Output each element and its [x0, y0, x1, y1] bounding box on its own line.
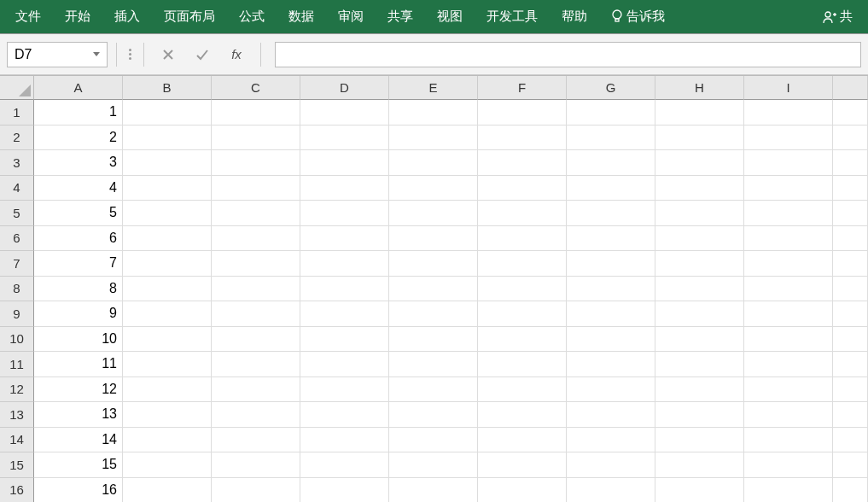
- row-header-9[interactable]: 9: [0, 301, 34, 327]
- cell-C1[interactable]: [212, 100, 300, 125]
- cell-B16[interactable]: [123, 478, 212, 503]
- cell-D8[interactable]: [300, 277, 389, 302]
- row-header-12[interactable]: 12: [0, 377, 34, 403]
- cell-I8[interactable]: [744, 277, 833, 302]
- cell-E6[interactable]: [389, 226, 478, 252]
- cell-D4[interactable]: [300, 176, 389, 201]
- cell-I9[interactable]: [744, 301, 833, 327]
- cell-B13[interactable]: [123, 402, 212, 428]
- cell-B4[interactable]: [123, 176, 212, 201]
- cell-I12[interactable]: [744, 377, 833, 403]
- cell-B11[interactable]: [123, 352, 212, 377]
- cell-F6[interactable]: [478, 226, 567, 252]
- ribbon-tab-7[interactable]: 共享: [376, 0, 425, 34]
- cell-C15[interactable]: [212, 452, 300, 478]
- column-header-E[interactable]: E: [389, 76, 478, 100]
- cell-G5[interactable]: [567, 201, 655, 226]
- name-box-dropdown-icon[interactable]: [93, 52, 100, 56]
- cell-I11[interactable]: [744, 352, 833, 377]
- cell-E3[interactable]: [389, 150, 478, 176]
- cell-A2[interactable]: 2: [34, 125, 123, 151]
- cell-I2[interactable]: [744, 125, 833, 151]
- cell-partial-14[interactable]: [833, 428, 868, 453]
- cell-F8[interactable]: [478, 277, 567, 302]
- cell-G10[interactable]: [567, 327, 655, 353]
- cell-H7[interactable]: [655, 251, 744, 277]
- cell-partial-10[interactable]: [833, 327, 868, 353]
- cell-E15[interactable]: [389, 452, 478, 478]
- cell-I4[interactable]: [744, 176, 833, 201]
- cell-D2[interactable]: [300, 125, 389, 151]
- cell-F4[interactable]: [478, 176, 567, 201]
- cell-C14[interactable]: [212, 428, 300, 453]
- cell-partial-15[interactable]: [833, 452, 868, 478]
- cell-C10[interactable]: [212, 327, 300, 353]
- cell-I10[interactable]: [744, 327, 833, 353]
- cell-partial-12[interactable]: [833, 377, 868, 403]
- cell-B6[interactable]: [123, 226, 212, 252]
- cell-H8[interactable]: [655, 277, 744, 302]
- cell-C6[interactable]: [212, 226, 300, 252]
- cell-A11[interactable]: 11: [34, 352, 123, 377]
- cell-I16[interactable]: [744, 478, 833, 503]
- cell-D9[interactable]: [300, 301, 389, 327]
- cell-H12[interactable]: [655, 377, 744, 403]
- cell-partial-8[interactable]: [833, 277, 868, 302]
- cell-H14[interactable]: [655, 428, 744, 453]
- cell-A1[interactable]: 1: [34, 100, 123, 125]
- column-header-partial[interactable]: [833, 76, 868, 100]
- column-header-C[interactable]: C: [212, 76, 300, 100]
- cell-D10[interactable]: [300, 327, 389, 353]
- cell-A16[interactable]: 16: [34, 478, 123, 503]
- ribbon-tab-9[interactable]: 开发工具: [475, 0, 550, 34]
- cell-E2[interactable]: [389, 125, 478, 151]
- cell-H15[interactable]: [655, 452, 744, 478]
- cell-F3[interactable]: [478, 150, 567, 176]
- cell-G13[interactable]: [567, 402, 655, 428]
- cell-B8[interactable]: [123, 277, 212, 302]
- cell-A6[interactable]: 6: [34, 226, 123, 252]
- cell-C8[interactable]: [212, 277, 300, 302]
- cell-I14[interactable]: [744, 428, 833, 453]
- cell-H2[interactable]: [655, 125, 744, 151]
- cell-A9[interactable]: 9: [34, 301, 123, 327]
- row-header-6[interactable]: 6: [0, 226, 34, 252]
- cell-F7[interactable]: [478, 251, 567, 277]
- cell-D12[interactable]: [300, 377, 389, 403]
- cell-partial-4[interactable]: [833, 176, 868, 201]
- row-header-10[interactable]: 10: [0, 327, 34, 353]
- cell-partial-16[interactable]: [833, 478, 868, 503]
- drag-handle-icon[interactable]: [125, 49, 135, 60]
- cell-D14[interactable]: [300, 428, 389, 453]
- ribbon-tab-10[interactable]: 帮助: [550, 0, 599, 34]
- cell-H4[interactable]: [655, 176, 744, 201]
- cell-C13[interactable]: [212, 402, 300, 428]
- ribbon-tab-1[interactable]: 开始: [53, 0, 102, 34]
- cell-B15[interactable]: [123, 452, 212, 478]
- cell-C11[interactable]: [212, 352, 300, 377]
- cell-F15[interactable]: [478, 452, 567, 478]
- ribbon-tab-4[interactable]: 公式: [227, 0, 277, 34]
- cell-G7[interactable]: [567, 251, 655, 277]
- cell-G2[interactable]: [567, 125, 655, 151]
- row-header-2[interactable]: 2: [0, 125, 34, 151]
- cell-A13[interactable]: 13: [34, 402, 123, 428]
- cell-H13[interactable]: [655, 402, 744, 428]
- cell-G12[interactable]: [567, 377, 655, 403]
- cell-E16[interactable]: [389, 478, 478, 503]
- cell-partial-1[interactable]: [833, 100, 868, 125]
- cell-E11[interactable]: [389, 352, 478, 377]
- column-header-A[interactable]: A: [34, 76, 123, 100]
- cell-C12[interactable]: [212, 377, 300, 403]
- cell-C2[interactable]: [212, 125, 300, 151]
- cell-E14[interactable]: [389, 428, 478, 453]
- cell-A14[interactable]: 14: [34, 428, 123, 453]
- cell-E7[interactable]: [389, 251, 478, 277]
- share-button[interactable]: 共: [811, 0, 865, 34]
- cell-D6[interactable]: [300, 226, 389, 252]
- cell-G8[interactable]: [567, 277, 655, 302]
- column-header-D[interactable]: D: [300, 76, 389, 100]
- cell-A15[interactable]: 15: [34, 452, 123, 478]
- cell-D3[interactable]: [300, 150, 389, 176]
- row-header-15[interactable]: 15: [0, 452, 34, 478]
